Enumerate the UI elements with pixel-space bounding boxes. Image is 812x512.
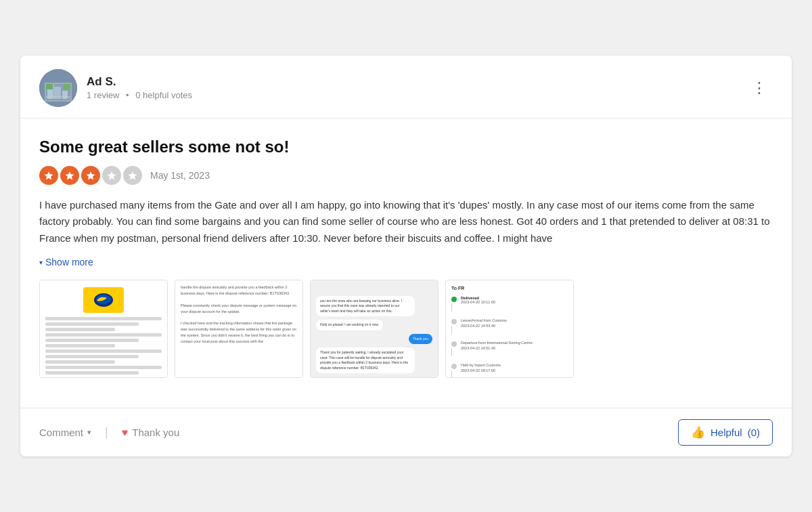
- svg-marker-11: [66, 171, 74, 180]
- review-date: May 1st, 2023: [150, 170, 210, 181]
- reviewer-left: Ad S. 1 review • 0 helpful votes: [39, 69, 192, 107]
- helpful-votes: 0 helpful votes: [135, 90, 192, 100]
- reviewer-header: Ad S. 1 review • 0 helpful votes ⋮: [20, 56, 792, 119]
- svg-marker-14: [129, 171, 137, 180]
- review-image-4[interactable]: To FR Delivered 2023-04-20 10:11:00: [445, 280, 574, 378]
- svg-rect-7: [64, 84, 70, 89]
- review-body: Some great sellers some not so!: [20, 119, 792, 408]
- comment-button[interactable]: Comment ▾: [39, 427, 91, 438]
- review-images: handle the dispute amicably and provide …: [39, 280, 773, 378]
- star-4: [102, 166, 121, 185]
- reviewer-meta: 1 review • 0 helpful votes: [87, 90, 192, 100]
- review-image-2[interactable]: handle the dispute amicably and provide …: [175, 280, 303, 378]
- chat-bubble-left-2: Hold on please! I am working on it now.: [316, 320, 383, 330]
- svg-rect-6: [46, 84, 53, 89]
- review-image-1[interactable]: [39, 280, 168, 378]
- chat-bubble-left-1: you are the ones who are keeping our bus…: [316, 296, 415, 317]
- reviewer-name: Ad S.: [87, 75, 192, 89]
- rating-row: May 1st, 2023: [39, 166, 773, 185]
- comment-label: Comment: [39, 427, 83, 438]
- review-count: 1 review: [87, 90, 119, 100]
- more-options-icon[interactable]: ⋮: [746, 77, 773, 100]
- avatar: [39, 69, 77, 107]
- review-image-3[interactable]: you are the ones who are keeping our bus…: [310, 280, 438, 378]
- chat-bubble-left-3: Thank you for patiently waiting. I alrea…: [316, 347, 415, 373]
- helpful-button[interactable]: 👍 Helpful (0): [678, 419, 773, 446]
- svg-rect-5: [62, 91, 68, 99]
- chat-bubble-right: Thank you: [409, 334, 432, 345]
- review-footer: Comment ▾ | ♥ Thank you 👍 Helpful (0): [20, 408, 792, 456]
- footer-separator: |: [105, 425, 108, 440]
- review-card: Ad S. 1 review • 0 helpful votes ⋮ Some …: [20, 56, 792, 457]
- star-3: [81, 166, 100, 185]
- show-more-button[interactable]: ▾ Show more: [39, 257, 93, 268]
- star-rating: [39, 166, 142, 185]
- show-more-row: ▾ Show more: [39, 255, 773, 268]
- comment-chevron-icon: ▾: [87, 428, 91, 437]
- show-more-label: Show more: [45, 257, 93, 268]
- heart-icon: ♥: [122, 427, 129, 439]
- reviewer-info: Ad S. 1 review • 0 helpful votes: [87, 75, 192, 100]
- star-1: [39, 166, 58, 185]
- chevron-down-icon: ▾: [39, 259, 43, 266]
- thumbs-up-icon: 👍: [691, 425, 705, 440]
- thank-you-button[interactable]: ♥ Thank you: [122, 427, 180, 439]
- separator-dot: •: [126, 90, 129, 100]
- star-2: [60, 166, 79, 185]
- svg-rect-9: [46, 96, 70, 98]
- review-text: I have purchased many items from the Gat…: [39, 197, 773, 247]
- helpful-label: Helpful: [710, 427, 742, 438]
- footer-left: Comment ▾ | ♥ Thank you: [39, 425, 179, 440]
- thank-you-label: Thank you: [132, 427, 179, 438]
- star-5: [123, 166, 142, 185]
- helpful-count: (0): [748, 427, 760, 438]
- svg-marker-12: [87, 171, 95, 180]
- svg-marker-10: [45, 171, 53, 180]
- review-title: Some great sellers some not so!: [39, 137, 773, 156]
- svg-marker-13: [108, 171, 116, 180]
